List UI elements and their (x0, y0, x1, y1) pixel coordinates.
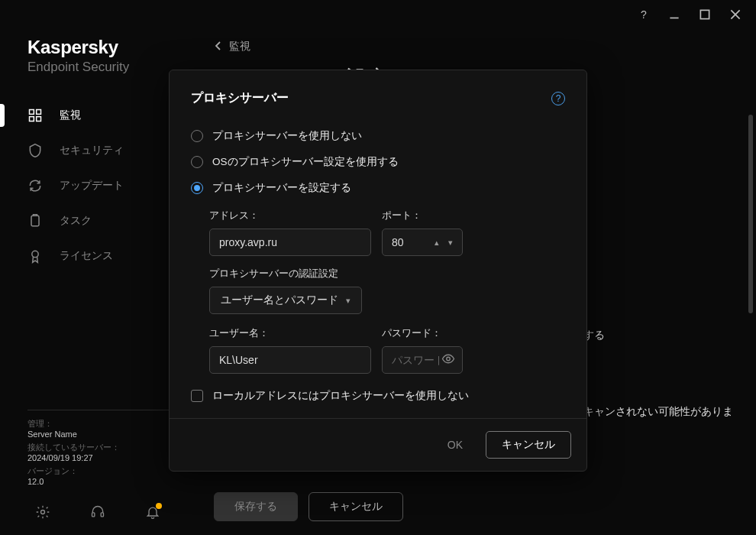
close-icon[interactable] (729, 8, 742, 21)
checkbox-label: ローカルアドレスにはプロキシサーバーを使用しない (212, 389, 469, 403)
modal-header: プロキシサーバー ? (170, 70, 586, 117)
proxy-form: アドレス： ポート： ▴ ▾ (209, 209, 565, 374)
breadcrumb[interactable]: 監視 (214, 40, 741, 54)
svg-rect-12 (101, 513, 103, 517)
radio-manual-proxy[interactable]: プロキシサーバーを設定する (191, 175, 565, 201)
version-label: バージョン： (27, 465, 171, 477)
page-footer-buttons: 保存する キャンセル (214, 492, 403, 521)
dashboard-icon (27, 108, 43, 123)
headset-icon[interactable] (90, 504, 105, 520)
modal-help-icon[interactable]: ? (551, 92, 565, 105)
radio-label: OSのプロキシサーバー設定を使用する (212, 155, 399, 169)
gear-icon[interactable] (35, 504, 50, 520)
radio-icon (191, 182, 203, 194)
scrollbar[interactable] (748, 115, 753, 313)
svg-rect-8 (31, 216, 39, 225)
auth-select[interactable]: ユーザー名とパスワード ▾ (209, 287, 362, 314)
sidebar-bottom-icons (0, 494, 199, 535)
svg-point-13 (447, 357, 451, 361)
auth-label: プロキシサーバーの認証設定 (209, 267, 565, 280)
port-field[interactable] (392, 236, 422, 248)
sidebar-item-label: ライセンス (60, 249, 113, 263)
modal-footer: OK キャンセル (170, 418, 586, 471)
radio-icon (191, 156, 203, 168)
cancel-button[interactable]: キャンセル (309, 492, 403, 521)
radio-no-proxy[interactable]: プロキシサーバーを使用しない (191, 123, 565, 149)
radio-icon (191, 130, 203, 142)
connected-label: 接続しているサーバー： (27, 442, 171, 453)
app-window: ? Kaspersky Endpoint Security 監視 (0, 0, 756, 535)
sidebar-item-label: セキュリティ (60, 144, 124, 157)
username-input[interactable] (209, 346, 371, 374)
maximize-icon[interactable] (698, 8, 712, 21)
connected-value: 2024/09/19 19:27 (27, 453, 171, 462)
sidebar-item-label: 監視 (60, 109, 81, 122)
refresh-icon (27, 178, 43, 193)
brand-title: Kaspersky (27, 37, 171, 58)
medal-icon (27, 248, 43, 264)
chevron-up-icon[interactable]: ▴ (435, 238, 439, 248)
checkbox-icon (191, 390, 203, 402)
server-name: Server Name (27, 430, 171, 439)
version-value: 12.0 (27, 477, 171, 486)
svg-rect-11 (92, 513, 95, 517)
chevron-down-icon: ▾ (346, 296, 351, 306)
notification-dot-icon (156, 503, 162, 509)
brand-subtitle: Endpoint Security (27, 60, 171, 75)
svg-rect-6 (30, 117, 34, 122)
svg-rect-4 (30, 110, 34, 115)
breadcrumb-label: 監視 (229, 40, 250, 54)
help-icon[interactable]: ? (637, 8, 651, 21)
auth-select-value: ユーザー名とパスワード (221, 293, 338, 307)
svg-rect-1 (700, 10, 709, 18)
port-label: ポート： (382, 209, 463, 222)
ok-button[interactable]: OK (434, 431, 477, 459)
clipboard-icon (27, 213, 43, 229)
sidebar-item-label: アップデート (60, 179, 124, 193)
radio-label: プロキシサーバーを設定する (212, 181, 351, 195)
svg-rect-7 (37, 117, 41, 122)
modal-body: プロキシサーバーを使用しない OSのプロキシサーバー設定を使用する プロキシサー… (170, 117, 586, 418)
modal-cancel-button[interactable]: キャンセル (486, 431, 571, 459)
shield-icon (27, 143, 43, 158)
eye-icon[interactable] (441, 352, 455, 368)
proxy-modal: プロキシサーバー ? プロキシサーバーを使用しない OSのプロキシサーバー設定を… (169, 70, 587, 472)
svg-point-10 (41, 511, 45, 514)
bell-icon[interactable] (145, 504, 160, 520)
address-label: アドレス： (209, 209, 371, 222)
checkbox-local-bypass[interactable]: ローカルアドレスにはプロキシサーバーを使用しない (191, 389, 565, 403)
bg-text-fragment-2: スキャンされない可能性がありま (573, 405, 733, 419)
username-label: ユーザー名： (209, 326, 371, 340)
modal-title: プロキシサーバー (191, 90, 289, 106)
save-button[interactable]: 保存する (214, 492, 298, 521)
titlebar: ? (0, 0, 756, 29)
password-label: パスワード： (382, 326, 463, 340)
minimize-icon[interactable] (667, 8, 681, 21)
port-input[interactable]: ▴ ▾ (382, 229, 463, 256)
admin-label: 管理： (27, 418, 171, 430)
chevron-left-icon (214, 41, 221, 54)
svg-point-9 (32, 251, 38, 257)
radio-os-proxy[interactable]: OSのプロキシサーバー設定を使用する (191, 149, 565, 175)
radio-label: プロキシサーバーを使用しない (212, 129, 362, 143)
chevron-down-icon[interactable]: ▾ (448, 238, 453, 248)
address-input[interactable] (209, 229, 371, 256)
sidebar-item-label: タスク (60, 214, 92, 228)
svg-rect-5 (37, 110, 41, 115)
